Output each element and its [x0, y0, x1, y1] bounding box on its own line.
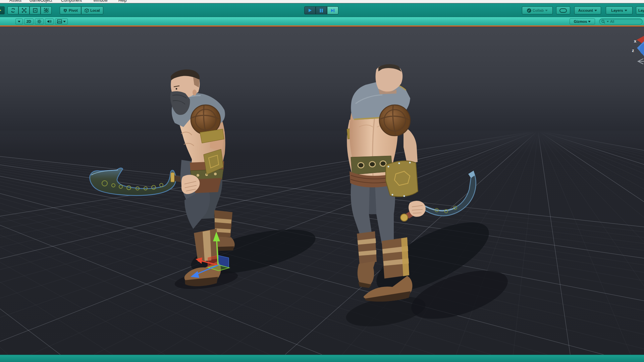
- play-button[interactable]: [304, 6, 316, 14]
- right-character-bracer: [386, 161, 418, 197]
- effects-icon: [57, 19, 62, 23]
- belt-rivet: [197, 174, 199, 177]
- left-character-eye: [176, 88, 177, 90]
- orientation-x-label: x: [634, 39, 637, 44]
- pause-icon: [319, 8, 323, 13]
- bracer-rivet: [404, 195, 405, 197]
- rotate-tool-icon: [10, 8, 16, 13]
- tool-button-scale[interactable]: [18, 6, 30, 14]
- scene-audio-button[interactable]: [45, 18, 54, 24]
- pivot-icon: [63, 8, 67, 13]
- step-button[interactable]: [327, 6, 338, 14]
- gizmos-label: Gizmos: [574, 19, 587, 23]
- rect-tool-icon: [33, 8, 38, 13]
- belt-ring: [380, 161, 386, 166]
- toggle-2d-button[interactable]: 2D: [24, 18, 34, 24]
- menu-assets[interactable]: Assets: [9, 0, 21, 3]
- orientation-z-label: z: [632, 48, 634, 53]
- dropdown-caret-icon: [545, 10, 548, 11]
- belt-ring: [369, 162, 375, 167]
- 2d-label: 2D: [26, 19, 31, 23]
- left-character-sword: [90, 168, 185, 195]
- scene-effects-dropdown[interactable]: [55, 18, 68, 24]
- layout-label: Layers: [638, 8, 644, 12]
- local-toggle-button[interactable]: Local: [81, 6, 103, 14]
- scene-search-input[interactable]: All: [599, 18, 643, 24]
- draw-mode-caret-icon: [18, 21, 20, 22]
- move-tool-icon: [0, 8, 2, 12]
- search-magnifier-icon: [601, 19, 605, 24]
- tool-button-move[interactable]: [0, 6, 5, 14]
- play-icon: [308, 8, 312, 13]
- left-character-ear: [193, 89, 197, 96]
- local-cube-icon: [85, 8, 89, 13]
- status-bar: [0, 355, 644, 362]
- menu-component[interactable]: Component: [61, 0, 82, 3]
- pivot-toggle-button[interactable]: Pivot: [60, 6, 81, 14]
- collab-check-icon: ✓: [527, 8, 531, 13]
- layers-dropdown[interactable]: Layers: [606, 6, 633, 14]
- collapsed-panel-arrow-icon[interactable]: [638, 59, 644, 64]
- pivot-label: Pivot: [69, 8, 78, 12]
- cloud-icon: [559, 8, 567, 13]
- scene-grid: [0, 131, 644, 355]
- sword-pommel: [400, 214, 408, 221]
- collab-label: Collab: [533, 8, 544, 12]
- search-value: All: [610, 19, 614, 23]
- main-toolbar: Pivot Local ✓ Collab: [0, 3, 644, 17]
- horizon-fade: [0, 131, 644, 154]
- audio-icon: [47, 19, 52, 24]
- scene-canvas[interactable]: x z: [0, 26, 644, 355]
- dropdown-caret-icon: [594, 10, 597, 11]
- scene-viewport[interactable]: x z: [0, 26, 644, 355]
- menu-window[interactable]: Window: [93, 0, 108, 3]
- account-label: Account: [578, 8, 593, 12]
- layers-label: Layers: [611, 8, 623, 12]
- tool-button-rect[interactable]: [30, 6, 41, 14]
- dropdown-caret-icon: [63, 21, 66, 22]
- orientation-gizmo[interactable]: x z: [632, 36, 644, 64]
- step-icon: [330, 8, 335, 13]
- bracer-rivet: [409, 162, 411, 164]
- bracer-rivet: [388, 166, 389, 168]
- menu-gameobject[interactable]: GameObject: [30, 0, 52, 3]
- cloud-services-button[interactable]: [556, 6, 570, 14]
- pause-button[interactable]: [316, 6, 327, 14]
- tool-button-rotate[interactable]: [7, 6, 18, 14]
- bracer-rivet: [392, 194, 393, 196]
- bracer-rivet: [398, 163, 400, 164]
- collab-dropdown[interactable]: ✓ Collab: [522, 6, 553, 14]
- sun-light-icon: [37, 19, 42, 24]
- belt-ring: [358, 163, 364, 168]
- transform-tool-icon: [44, 8, 49, 13]
- search-filter-caret-icon: [607, 21, 609, 22]
- unity-editor-window: Assets GameObject Component Window Help: [0, 0, 644, 362]
- right-character-left-foot: [358, 261, 375, 286]
- gizmos-dropdown[interactable]: Gizmos: [570, 18, 595, 24]
- tool-button-transform[interactable]: [41, 6, 52, 14]
- scene-lighting-button[interactable]: [35, 18, 44, 24]
- scene-view-toolbar: 2D Gizmos: [0, 17, 644, 26]
- belt-rivet: [214, 173, 217, 175]
- menu-bar: Assets GameObject Component Window Help: [0, 0, 644, 3]
- right-character-left-boot: [357, 231, 377, 264]
- scale-tool-icon: [21, 8, 27, 13]
- layout-dropdown[interactable]: Layers: [636, 6, 644, 14]
- local-label: Local: [90, 8, 100, 12]
- menu-help[interactable]: Help: [118, 0, 127, 3]
- account-dropdown[interactable]: Account: [574, 6, 601, 14]
- character-left[interactable]: [90, 69, 235, 286]
- draw-mode-dropdown[interactable]: [15, 18, 23, 24]
- dropdown-caret-icon: [588, 21, 591, 22]
- dropdown-caret-icon: [625, 10, 627, 11]
